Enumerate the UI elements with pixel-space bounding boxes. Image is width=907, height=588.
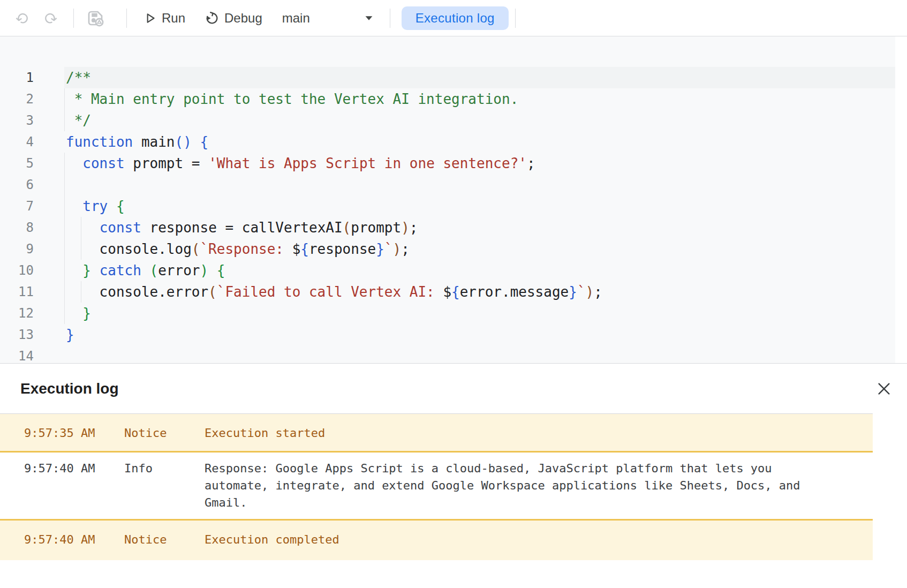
debug-label: Debug [224,11,262,26]
code-line[interactable]: 1/** [0,67,895,88]
code-token: { [300,241,309,257]
code-line[interactable]: 6 [0,174,895,195]
code-token: ; [527,155,535,171]
code-token: ) [586,284,594,300]
run-icon [143,11,157,25]
code-token: ) [401,220,410,236]
code-line[interactable]: 12 } [0,303,895,324]
code-token [141,262,150,278]
toolbar: Run Debug main Execution log [0,0,907,36]
line-number: 12 [0,303,34,324]
code-line-content[interactable]: } [64,303,895,324]
code-line[interactable]: 4function main() { [0,131,895,153]
code-token: console.log [66,241,192,257]
code-line[interactable]: 5 const prompt = 'What is Apps Script in… [0,153,895,174]
code-line-content[interactable]: console.log(`Response: ${response}`); [64,238,895,260]
indent-guide [81,217,81,238]
code-line-content[interactable]: console.error(`Failed to call Vertex AI:… [64,281,895,303]
code-line-content[interactable]: function main() { [64,131,895,153]
code-token: $ [292,241,301,257]
code-token: { [451,284,460,300]
indent-guide [64,153,65,174]
gutter-gap [34,238,64,260]
chevron-down-icon [363,12,375,24]
code-token: main [133,134,175,150]
line-number: 11 [0,281,34,303]
code-token [66,198,82,214]
close-execution-log-button[interactable] [875,380,893,398]
indent-guide [64,238,65,260]
save-project-icon [86,9,105,28]
code-line-content[interactable]: const response = callVertexAI(prompt); [64,217,895,238]
save-project-button[interactable] [85,8,105,28]
code-line[interactable]: 14 [0,345,895,363]
code-token [208,262,217,278]
code-line[interactable]: 9 console.log(`Response: ${response}`); [0,238,895,260]
code-line[interactable]: 10 } catch (error) { [0,260,895,281]
function-selector-value: main [282,11,310,26]
code-token: function [66,134,133,150]
code-token: ( [343,220,351,236]
code-editor[interactable]: 1/**2 * Main entry point to test the Ver… [0,36,907,363]
gutter-gap [34,131,64,153]
code-token: error [158,262,200,278]
execution-log-header: Execution log [0,364,907,413]
code-line[interactable]: 8 const response = callVertexAI(prompt); [0,217,895,238]
redo-icon [43,11,58,26]
code-token: } [82,262,91,278]
code-token: error.message [460,284,569,300]
debug-button[interactable]: Debug [205,11,262,26]
log-message: Execution completed [205,531,339,548]
log-row: 9:57:40 AMNoticeExecution completed [0,521,873,560]
code-token: response = callVertexAI [141,220,343,236]
code-line-content[interactable]: } [64,324,895,345]
execution-log-button[interactable]: Execution log [402,6,509,30]
code-token: } [376,241,384,257]
code-token: ( [192,241,200,257]
code-token: ` [384,241,393,257]
debug-icon [205,11,220,26]
code-token: ` [577,284,586,300]
toolbar-divider [515,9,516,28]
code-line-content[interactable]: try { [64,195,895,217]
indent-guide [64,174,65,195]
code-line[interactable]: 13} [0,324,895,345]
code-line[interactable]: 11 console.error(`Failed to call Vertex … [0,281,895,303]
run-button[interactable]: Run [143,11,185,26]
function-selector[interactable]: main [277,6,382,30]
code-line[interactable]: 3 */ [0,110,895,131]
log-row: 9:57:35 AMNoticeExecution started [0,414,873,453]
code-line-content[interactable]: */ [64,110,895,131]
code-line-content[interactable]: * Main entry point to test the Vertex AI… [64,88,895,110]
toolbar-divider [390,9,390,28]
code-line[interactable]: 2 * Main entry point to test the Vertex … [0,88,895,110]
line-number: 3 [0,110,34,131]
indent-guide [64,260,65,281]
run-label: Run [162,11,185,26]
editor-surface: 1/**2 * Main entry point to test the Ver… [0,36,895,363]
code-token [108,198,116,214]
code-token [91,262,100,278]
indent-guide [64,303,65,324]
toolbar-divider [126,9,127,28]
code-token: ; [594,284,602,300]
log-level: Notice [124,425,205,442]
code-line-content[interactable]: const prompt = 'What is Apps Script in o… [64,153,895,174]
code-token [66,305,82,321]
log-message: Response: Google Apps Script is a cloud-… [205,460,814,511]
code-token: } [569,284,577,300]
code-line-content[interactable]: } catch (error) { [64,260,895,281]
code-token: { [200,134,208,150]
code-line-content[interactable] [64,345,895,363]
gutter-gap [34,260,64,281]
code-token [66,155,82,171]
line-number: 7 [0,195,34,217]
indent-guide [81,238,81,260]
execution-log-panel: Execution log 9:57:35 AMNoticeExecution … [0,363,907,560]
code-line[interactable]: 7 try { [0,195,895,217]
code-token: $ [443,284,451,300]
undo-button[interactable] [14,10,31,26]
code-line-content[interactable] [64,174,895,195]
code-line-content[interactable]: /** [64,67,895,88]
redo-button[interactable] [42,10,58,26]
